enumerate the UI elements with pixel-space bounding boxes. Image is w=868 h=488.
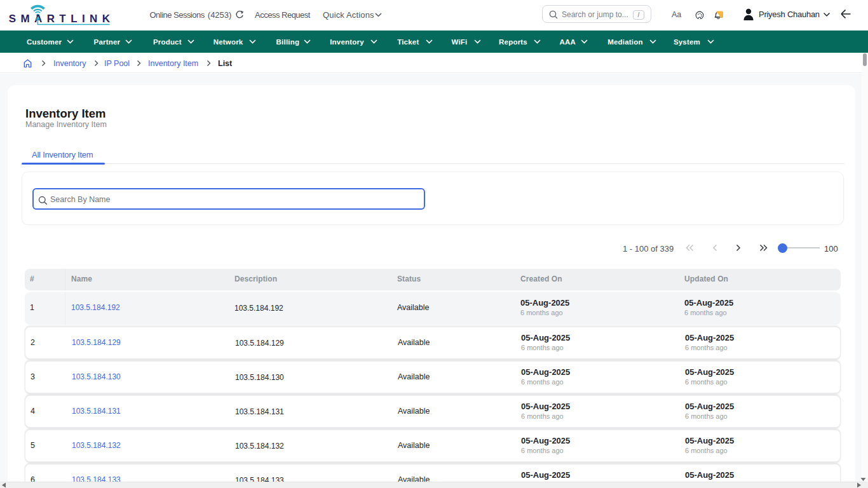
svg-text:SMARTLINK: SMARTLINK — [9, 13, 113, 25]
